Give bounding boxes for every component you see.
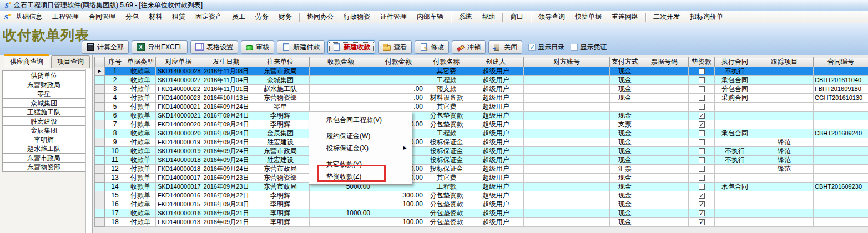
table-row[interactable]: 3付款单FKD1400000222016年11月01日赵水施工队.00预支款超级… (95, 85, 868, 94)
cell-track (755, 120, 814, 129)
cell-doc: SKD140000018 (156, 156, 201, 165)
new-payment-button[interactable]: 新建付款 (277, 40, 325, 54)
table-row[interactable]: 12付款单FKD1400000182016年09月24日东营市政局1000.00… (95, 165, 868, 174)
table-row[interactable]: 4付款单FKD1400000232016年10月13日东营物资部.00材料设备款… (95, 94, 868, 103)
cell-date: 2016年09月23日 (201, 200, 251, 209)
table-row[interactable]: 7付款单FKD1400000202016年09月24日李明辉1500.00分包垫… (95, 120, 868, 129)
table-row[interactable]: 17收款单SKD1400000162016年09月21日李明辉1000.00分包… (95, 209, 868, 218)
column-header-pay_name[interactable]: 付款名称 (425, 57, 468, 67)
show-voucher-toggle[interactable]: 显示凭证 (571, 43, 607, 52)
supplier-item[interactable]: 东营市政局 (2, 153, 85, 163)
column-header-advance[interactable]: 垫资款 (689, 57, 715, 67)
cell-contract (814, 138, 868, 147)
menubar-item-领导查询[interactable]: 领导查询 (533, 11, 570, 23)
supplier-item[interactable]: 李明辉 (2, 135, 85, 145)
menubar-item-财务[interactable]: 财务 (274, 11, 297, 23)
menubar-item-系统[interactable]: 系统 (453, 11, 477, 23)
menubar-item-材料[interactable]: 材料 (144, 11, 167, 23)
supplier-item[interactable]: 王猛施工队 (2, 107, 85, 117)
tab-supplier-query[interactable]: 供应商查询 (4, 54, 49, 68)
table-row[interactable]: 11收款单SKD1400000182016年09月24日胜宏建设1000.00投… (95, 156, 868, 165)
column-header-method[interactable]: 支付方式 (610, 57, 640, 67)
menubar-item-重连网络[interactable]: 重连网络 (607, 11, 643, 23)
menu-item-履约保证金(W)[interactable]: 履约保证金(W) (309, 130, 412, 142)
column-header-date[interactable]: 发生日期 (201, 57, 251, 67)
column-header-unit[interactable]: 往来单位 (251, 57, 310, 67)
show-voucher-checkbox[interactable] (571, 44, 578, 51)
cell-pay_name: 投标保证金 (425, 147, 468, 156)
menubar-item-分包[interactable]: 分包 (120, 11, 144, 23)
table-row[interactable]: 16付款单FKD1400000152016年09月23日李明辉100.00分包垫… (95, 200, 868, 209)
menubar-item-基础信息[interactable]: 基础信息 (11, 11, 47, 23)
column-header-creator[interactable]: 创建人 (468, 57, 524, 67)
column-header-seq[interactable]: 序号 (105, 57, 125, 67)
export-excel-button[interactable]: 导出EXCEL (132, 40, 188, 54)
menubar-item-固定资产[interactable]: 固定资产 (190, 11, 227, 23)
menubar-item-帮助[interactable]: 帮助 (477, 11, 500, 23)
menubar-item-快捷单据[interactable]: 快捷单据 (570, 11, 607, 23)
cell-contract: CBHT201611040 (814, 76, 868, 85)
table-row[interactable]: 9付款单FKD1400000192016年09月24日胜宏建设900.00投标保… (95, 138, 868, 147)
menubar-item-证件管理[interactable]: 证件管理 (375, 11, 412, 23)
column-header-ticket[interactable]: 票据号码 (640, 57, 689, 67)
table-row[interactable]: 13付款单FKD1400000172016年09月23日东营物资部500.00其… (95, 174, 868, 183)
supplier-item[interactable]: 零星 (2, 89, 85, 99)
table-row[interactable]: 2收款单SKD1400000272016年11月04日众城集团工程款超级用户现金… (95, 76, 868, 85)
show-directory-label: 显示目录 (538, 43, 564, 52)
reverse-button[interactable]: 冲销 (452, 40, 486, 54)
menubar-item-内部车辆[interactable]: 内部车辆 (412, 11, 448, 23)
cell-track (755, 103, 814, 112)
menubar-item-劳务[interactable]: 劳务 (250, 11, 274, 23)
column-header-amt_in[interactable]: 收款金额 (310, 57, 372, 67)
new-receipt-button[interactable]: 新建收款 (327, 40, 375, 54)
calc-all-button[interactable]: 计算全部 (82, 40, 129, 54)
column-header-contract[interactable]: 合同编号 (814, 57, 868, 67)
cell-pay_name: 工程款 (425, 183, 468, 191)
modify-button[interactable]: 修改 (415, 40, 449, 54)
menubar-item-二次开发[interactable]: 二次开发 (648, 11, 685, 23)
menubar-item-合同管理[interactable]: 合同管理 (84, 11, 120, 23)
table-row[interactable]: 6收款单SKD1400000212016年09月24日李明辉分包垫资款超级用户现… (95, 112, 868, 120)
audit-button[interactable]: 审核 (241, 40, 274, 54)
table-settings-button[interactable]: 表格设置 (190, 40, 238, 54)
menubar-item-协同办公[interactable]: 协同办公 (302, 11, 339, 23)
table-row[interactable]: ►1收款单SKD1400000282016年11月08日东营市政局其它费超级用户… (95, 67, 868, 76)
supplier-item[interactable]: 众城集团 (2, 98, 85, 108)
column-header-exec[interactable]: 执行合同 (715, 57, 755, 67)
table-row[interactable]: 15付款单FKD1400000162016年09月22日李明辉300.00分包垫… (95, 191, 868, 200)
menu-item-承包合同工程款(V)[interactable]: 承包合同工程款(V) (309, 114, 412, 126)
show-directory-toggle[interactable]: 显示目录 (528, 43, 564, 52)
column-header-track[interactable]: 跟踪项目 (755, 57, 814, 67)
tab-project-query[interactable]: 项目查询 (51, 55, 90, 68)
show-directory-checkbox[interactable] (528, 44, 536, 51)
table-row[interactable]: 5付款单FKD1400000212016年09月24日零星.00其它费超级用户 (95, 103, 868, 112)
menubar-item-招标询价单[interactable]: 招标询价单 (685, 11, 728, 23)
menu-item-投标保证金(X)[interactable]: 投标保证金(X)▶ (309, 142, 412, 154)
menubar-item-窗口[interactable]: 窗口 (505, 11, 528, 23)
view-button[interactable]: 查看 (378, 40, 412, 54)
menubar-item-工程管理[interactable]: 工程管理 (47, 11, 84, 23)
column-header-type[interactable]: 单据类型 (125, 57, 156, 67)
table-row[interactable]: 14收款单SKD1400000172016年09月23日东营市政局5000.00… (95, 183, 868, 191)
supplier-item[interactable]: 胜宏建设 (2, 116, 85, 126)
menubar-item-行政物资[interactable]: 行政物资 (339, 11, 375, 23)
sidebar-scroll-track[interactable] (85, 69, 92, 233)
menubar-item-员工[interactable]: 员工 (227, 11, 250, 23)
supplier-item[interactable]: 东营物资部 (2, 162, 85, 172)
row-indicator-cell (95, 183, 105, 191)
cell-exec (715, 200, 755, 209)
menubar-item-租赁[interactable]: 租赁 (167, 11, 190, 23)
close-button[interactable]: 关闭 (488, 40, 522, 54)
table-row[interactable]: 8收款单SKD1400000202016年09月24日金辰集团100000.00… (95, 129, 868, 138)
column-header-account[interactable]: 对方账号 (524, 57, 610, 67)
table-row[interactable]: 18付款单FKD1400000132016年09月21日李明辉100.00分包垫… (95, 218, 868, 227)
column-header-doc[interactable]: 对应单据 (156, 57, 201, 67)
supplier-item[interactable]: 东营财政局 (2, 80, 85, 90)
cell-account (524, 165, 610, 174)
cell-account (524, 76, 610, 85)
column-header-amt_out[interactable]: 付款金额 (372, 57, 425, 67)
table-row[interactable]: 10收款单SKD1400000192016年09月24日东营市政局1000.00… (95, 147, 868, 156)
supplier-item[interactable]: 金辰集团 (2, 125, 85, 135)
cell-track (755, 67, 814, 76)
supplier-item[interactable]: 赵水施工队 (2, 144, 85, 154)
